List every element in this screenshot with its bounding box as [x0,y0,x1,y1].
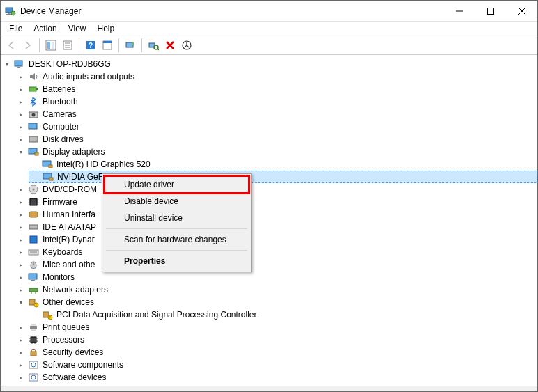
tree-node-hid[interactable]: ▸Human Interfa [15,208,537,221]
node-label: Batteries [41,84,77,94]
tree-leaf-pci-data[interactable]: !PCI Data Acquisition and Signal Process… [29,308,537,321]
tree-node-dvd[interactable]: ▸DVD/CD-ROM [15,183,537,196]
svg-rect-44 [30,198,37,205]
menu-help[interactable]: Help [92,22,121,35]
tree-node-softcomp[interactable]: ▸Software components [15,359,537,371]
expand-icon[interactable]: ▸ [16,360,26,370]
tree-node-other[interactable]: ▾!Other devices [15,296,537,308]
svg-rect-10 [52,42,54,49]
expand-icon[interactable]: ▸ [16,285,26,295]
expand-icon[interactable]: ▸ [16,247,26,257]
expand-icon[interactable]: ▸ [16,97,26,107]
properties-button[interactable] [60,38,75,53]
tree-node-batteries[interactable]: ▸Batteries [15,83,537,95]
expand-icon[interactable]: ▸ [16,347,26,357]
svg-rect-37 [35,152,38,155]
tree-node-disk[interactable]: ▸Disk drives [15,133,537,146]
menu-file[interactable]: File [3,22,28,35]
expand-icon[interactable]: ▸ [16,373,26,382]
collapse-icon[interactable]: ▾ [16,297,26,307]
tree-node-print[interactable]: ▸Print queues [15,321,537,334]
expand-icon[interactable]: ▸ [16,72,26,81]
show-hide-tree-button[interactable] [43,38,59,53]
svg-rect-5 [487,8,493,14]
collapse-icon[interactable]: ▾ [16,147,26,157]
update-driver-button[interactable] [123,38,138,53]
tree-leaf-intel-hd[interactable]: Intel(R) HD Graphics 520 [29,158,537,171]
svg-rect-32 [29,123,37,129]
menu-action[interactable]: Action [28,22,62,35]
separator [106,228,247,229]
svg-rect-9 [47,42,50,49]
ctx-uninstall-device[interactable]: Uninstall device [105,210,249,226]
tree-node-bluetooth[interactable]: ▸Bluetooth [15,95,537,108]
tree-node-ide[interactable]: ▸IDE ATA/ATAP [15,221,537,233]
ctx-disable-device[interactable]: Disable device [105,193,249,210]
tree-node-intel-dynamic[interactable]: ▸Intel(R) Dynar [15,233,537,246]
node-label: Display adapters [41,147,106,157]
expand-icon[interactable]: ▸ [16,84,26,94]
chip-icon [28,234,39,245]
tree-node-keyboards[interactable]: ▸Keyboards [15,246,537,258]
expand-icon[interactable]: ▸ [16,185,26,194]
network-icon [28,284,39,295]
tree-node-softdev[interactable]: ▸Software devices [15,371,537,384]
svg-rect-29 [36,88,38,90]
close-button[interactable] [506,1,537,22]
expand-icon[interactable]: ▸ [16,260,26,269]
svg-rect-72 [31,329,36,331]
tree-node-cameras[interactable]: ▸Cameras [15,108,537,120]
ide-icon [28,221,39,233]
tree-node-security[interactable]: ▸Security devices [15,346,537,359]
tree-node-processors[interactable]: ▸Processors [15,334,537,346]
svg-rect-26 [15,61,22,66]
mouse-icon [28,259,39,270]
node-label: Firmware [41,197,79,207]
tree-node-mice[interactable]: ▸Mice and othe [15,258,537,271]
expand-icon[interactable]: ▸ [16,222,26,232]
toolbar: ? [1,36,537,55]
menu-view[interactable]: View [63,22,92,35]
disable-button[interactable] [179,38,194,53]
tree-node-firmware[interactable]: ▸Firmware [15,196,537,208]
ctx-scan-hardware[interactable]: Scan for hardware changes [105,231,249,248]
forward-button[interactable] [20,38,36,53]
maximize-button[interactable] [475,1,506,22]
uninstall-button[interactable] [162,38,178,53]
expand-icon[interactable]: ▸ [16,272,26,282]
expand-icon[interactable]: ▸ [16,235,26,244]
tree-node-network[interactable]: ▸Network adapters [15,283,537,296]
node-label: Intel(R) Dynar [41,235,96,244]
minimize-button[interactable] [443,1,475,22]
device-tree-pane[interactable]: ▾ DESKTOP-RDJB6GG ▸Audio inputs and outp… [1,55,537,386]
collapse-icon[interactable]: ▾ [2,59,12,69]
expand-icon[interactable]: ▸ [16,322,26,332]
help-button[interactable]: ? [83,38,98,53]
window-controls [443,1,537,22]
back-button[interactable] [3,38,19,53]
titlebar: Device Manager [1,1,537,22]
tree-root[interactable]: ▾ DESKTOP-RDJB6GG [1,58,537,70]
tree-node-display[interactable]: ▾Display adapters [15,146,537,158]
node-label: Human Interfa [41,210,97,219]
dvd-icon [28,184,39,195]
other-devices-icon: ! [28,297,39,308]
expand-icon[interactable]: ▸ [16,335,26,345]
expand-icon[interactable]: ▸ [16,197,26,207]
scan-hardware-button[interactable] [146,38,161,53]
tree-node-audio[interactable]: ▸Audio inputs and outputs [15,70,537,83]
ctx-update-driver[interactable]: Update driver [105,176,249,193]
expand-icon[interactable]: ▸ [16,109,26,119]
ctx-properties[interactable]: Properties [105,253,249,269]
expand-icon[interactable]: ▸ [16,134,26,144]
monitor-icon [28,272,39,283]
tree-node-computer[interactable]: ▸Computer [15,120,537,133]
action-button[interactable] [100,38,115,53]
keyboard-icon [28,246,39,258]
tree-node-monitors[interactable]: ▸Monitors [15,271,537,283]
expand-icon[interactable]: ▸ [16,210,26,219]
svg-rect-18 [103,41,112,43]
expand-icon[interactable]: ▸ [16,122,26,132]
display-adapter-icon [43,171,54,182]
svg-rect-52 [29,225,38,229]
